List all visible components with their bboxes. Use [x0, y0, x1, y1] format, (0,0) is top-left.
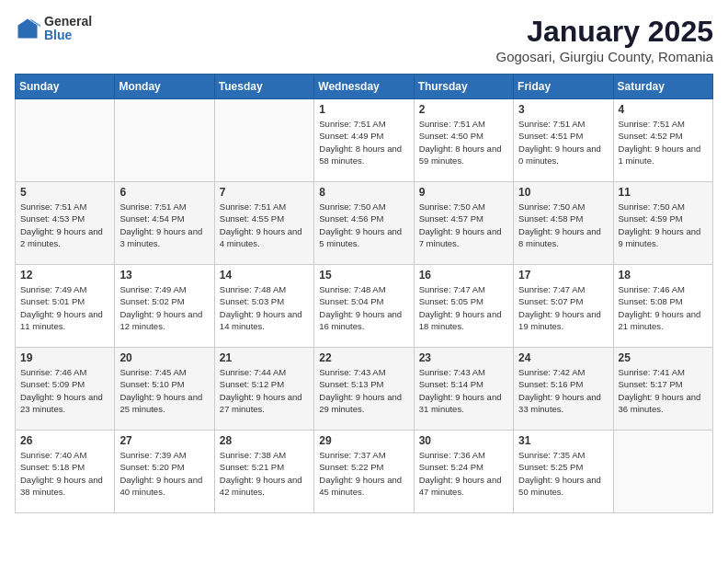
table-row: 12Sunrise: 7:49 AMSunset: 5:01 PMDayligh… — [16, 265, 115, 348]
day-number: 8 — [319, 186, 408, 199]
table-row: 30Sunrise: 7:36 AMSunset: 5:24 PMDayligh… — [414, 431, 513, 513]
table-row: 6Sunrise: 7:51 AMSunset: 4:54 PMDaylight… — [115, 182, 214, 265]
calendar-subtitle: Gogosari, Giurgiu County, Romania — [496, 49, 714, 64]
header-monday: Monday — [115, 75, 214, 99]
calendar-table: Sunday Monday Tuesday Wednesday Thursday… — [15, 74, 713, 513]
header-friday: Friday — [514, 75, 613, 99]
title-area: January 2025 Gogosari, Giurgiu County, R… — [496, 15, 714, 64]
calendar-week-4: 26Sunrise: 7:40 AMSunset: 5:18 PMDayligh… — [16, 431, 713, 513]
day-number: 26 — [20, 434, 109, 447]
day-number: 6 — [119, 186, 209, 199]
day-info: Sunrise: 7:36 AMSunset: 5:24 PMDaylight:… — [419, 449, 508, 498]
day-info: Sunrise: 7:44 AMSunset: 5:12 PMDaylight:… — [220, 366, 309, 415]
table-row: 7Sunrise: 7:51 AMSunset: 4:55 PMDaylight… — [214, 182, 313, 265]
table-row — [115, 99, 214, 182]
day-number: 19 — [20, 351, 109, 364]
day-number: 12 — [20, 269, 109, 282]
day-info: Sunrise: 7:51 AMSunset: 4:52 PMDaylight:… — [619, 118, 708, 167]
table-row: 11Sunrise: 7:50 AMSunset: 4:59 PMDayligh… — [613, 182, 712, 265]
table-row: 8Sunrise: 7:50 AMSunset: 4:56 PMDaylight… — [314, 182, 414, 265]
day-number: 27 — [119, 434, 209, 447]
header-sunday: Sunday — [16, 75, 115, 99]
calendar-week-2: 12Sunrise: 7:49 AMSunset: 5:01 PMDayligh… — [16, 265, 713, 348]
day-number: 17 — [518, 269, 608, 282]
day-info: Sunrise: 7:51 AMSunset: 4:50 PMDaylight:… — [419, 118, 508, 167]
day-info: Sunrise: 7:51 AMSunset: 4:54 PMDaylight:… — [119, 201, 209, 249]
day-number: 2 — [419, 103, 508, 116]
table-row: 20Sunrise: 7:45 AMSunset: 5:10 PMDayligh… — [115, 348, 214, 431]
table-row: 21Sunrise: 7:44 AMSunset: 5:12 PMDayligh… — [214, 348, 313, 431]
table-row: 26Sunrise: 7:40 AMSunset: 5:18 PMDayligh… — [16, 431, 115, 513]
day-info: Sunrise: 7:48 AMSunset: 5:04 PMDaylight:… — [319, 283, 408, 332]
table-row: 29Sunrise: 7:37 AMSunset: 5:22 PMDayligh… — [314, 431, 414, 513]
day-info: Sunrise: 7:43 AMSunset: 5:14 PMDaylight:… — [419, 366, 508, 415]
day-number: 10 — [518, 186, 608, 199]
day-info: Sunrise: 7:46 AMSunset: 5:08 PMDaylight:… — [619, 283, 708, 332]
logo-text: General Blue — [44, 15, 92, 43]
day-number: 5 — [20, 186, 109, 199]
day-info: Sunrise: 7:51 AMSunset: 4:49 PMDaylight:… — [319, 118, 408, 167]
day-info: Sunrise: 7:50 AMSunset: 4:56 PMDaylight:… — [319, 201, 408, 249]
table-row — [613, 431, 712, 513]
table-row: 23Sunrise: 7:43 AMSunset: 5:14 PMDayligh… — [414, 348, 513, 431]
day-info: Sunrise: 7:47 AMSunset: 5:05 PMDaylight:… — [419, 283, 508, 332]
table-row: 27Sunrise: 7:39 AMSunset: 5:20 PMDayligh… — [115, 431, 214, 513]
day-number: 15 — [319, 269, 408, 282]
table-row: 15Sunrise: 7:48 AMSunset: 5:04 PMDayligh… — [314, 265, 414, 348]
table-row — [16, 99, 115, 182]
day-number: 29 — [319, 434, 408, 447]
day-number: 14 — [220, 269, 309, 282]
header-saturday: Saturday — [613, 75, 712, 99]
day-info: Sunrise: 7:46 AMSunset: 5:09 PMDaylight:… — [20, 366, 109, 415]
table-row: 22Sunrise: 7:43 AMSunset: 5:13 PMDayligh… — [314, 348, 414, 431]
logo-icon — [15, 16, 40, 41]
day-number: 31 — [518, 434, 608, 447]
day-info: Sunrise: 7:50 AMSunset: 4:58 PMDaylight:… — [518, 201, 608, 249]
day-number: 3 — [518, 103, 608, 116]
day-info: Sunrise: 7:43 AMSunset: 5:13 PMDaylight:… — [319, 366, 408, 415]
day-info: Sunrise: 7:41 AMSunset: 5:17 PMDaylight:… — [619, 366, 708, 415]
day-number: 7 — [220, 186, 309, 199]
day-number: 9 — [419, 186, 508, 199]
day-number: 4 — [619, 103, 708, 116]
day-number: 21 — [220, 351, 309, 364]
table-row: 1Sunrise: 7:51 AMSunset: 4:49 PMDaylight… — [314, 99, 414, 182]
day-info: Sunrise: 7:51 AMSunset: 4:53 PMDaylight:… — [20, 201, 109, 249]
day-info: Sunrise: 7:37 AMSunset: 5:22 PMDaylight:… — [319, 449, 408, 498]
day-number: 23 — [419, 351, 508, 364]
table-row — [214, 99, 313, 182]
day-number: 18 — [619, 269, 708, 282]
logo-general: General — [44, 15, 92, 29]
day-info: Sunrise: 7:35 AMSunset: 5:25 PMDaylight:… — [518, 449, 608, 498]
header-thursday: Thursday — [414, 75, 513, 99]
day-info: Sunrise: 7:50 AMSunset: 4:57 PMDaylight:… — [419, 201, 508, 249]
calendar-week-1: 5Sunrise: 7:51 AMSunset: 4:53 PMDaylight… — [16, 182, 713, 265]
day-number: 16 — [419, 269, 508, 282]
table-row: 18Sunrise: 7:46 AMSunset: 5:08 PMDayligh… — [613, 265, 712, 348]
header-row: Sunday Monday Tuesday Wednesday Thursday… — [16, 75, 713, 99]
table-row: 28Sunrise: 7:38 AMSunset: 5:21 PMDayligh… — [214, 431, 313, 513]
table-row: 5Sunrise: 7:51 AMSunset: 4:53 PMDaylight… — [16, 182, 115, 265]
day-number: 13 — [119, 269, 209, 282]
table-row: 14Sunrise: 7:48 AMSunset: 5:03 PMDayligh… — [214, 265, 313, 348]
day-info: Sunrise: 7:51 AMSunset: 4:55 PMDaylight:… — [220, 201, 309, 249]
table-row: 19Sunrise: 7:46 AMSunset: 5:09 PMDayligh… — [16, 348, 115, 431]
header-tuesday: Tuesday — [214, 75, 313, 99]
table-row: 2Sunrise: 7:51 AMSunset: 4:50 PMDaylight… — [414, 99, 513, 182]
day-info: Sunrise: 7:50 AMSunset: 4:59 PMDaylight:… — [619, 201, 708, 249]
logo-blue: Blue — [44, 29, 92, 42]
table-row: 10Sunrise: 7:50 AMSunset: 4:58 PMDayligh… — [514, 182, 613, 265]
day-info: Sunrise: 7:49 AMSunset: 5:01 PMDaylight:… — [20, 283, 109, 332]
day-info: Sunrise: 7:38 AMSunset: 5:21 PMDaylight:… — [220, 449, 309, 498]
table-row: 31Sunrise: 7:35 AMSunset: 5:25 PMDayligh… — [514, 431, 613, 513]
table-row: 9Sunrise: 7:50 AMSunset: 4:57 PMDaylight… — [414, 182, 513, 265]
table-row: 16Sunrise: 7:47 AMSunset: 5:05 PMDayligh… — [414, 265, 513, 348]
day-info: Sunrise: 7:42 AMSunset: 5:16 PMDaylight:… — [518, 366, 608, 415]
day-number: 11 — [619, 186, 708, 199]
day-number: 28 — [220, 434, 309, 447]
table-row: 17Sunrise: 7:47 AMSunset: 5:07 PMDayligh… — [514, 265, 613, 348]
day-info: Sunrise: 7:48 AMSunset: 5:03 PMDaylight:… — [220, 283, 309, 332]
table-row: 25Sunrise: 7:41 AMSunset: 5:17 PMDayligh… — [613, 348, 712, 431]
day-info: Sunrise: 7:51 AMSunset: 4:51 PMDaylight:… — [518, 118, 608, 167]
calendar-body: 1Sunrise: 7:51 AMSunset: 4:49 PMDaylight… — [16, 99, 713, 513]
